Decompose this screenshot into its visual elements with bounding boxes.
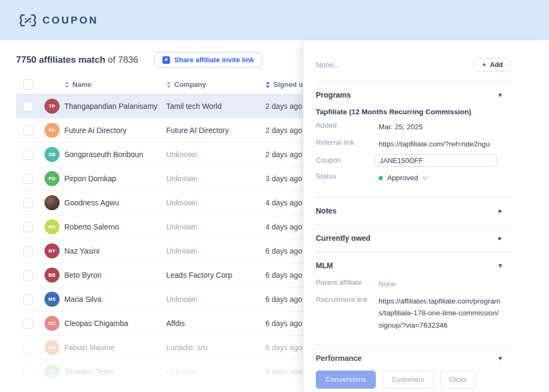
affiliate-company: Lunadio, sro	[166, 343, 265, 352]
affiliate-company: Unknown	[166, 198, 265, 207]
affiliate-company: Unknown	[166, 223, 265, 231]
row-checkbox[interactable]	[23, 101, 33, 112]
notes-title: Notes	[316, 206, 337, 215]
divider	[316, 344, 514, 345]
divider	[316, 224, 514, 225]
coupon-row: Coupon	[316, 156, 502, 167]
affiliate-company: Future AI Directory	[166, 126, 265, 135]
sort-icon	[64, 82, 69, 88]
tab-clicks[interactable]: Clicks	[440, 371, 475, 389]
share-icon	[162, 56, 170, 64]
row-checkbox[interactable]	[23, 150, 33, 160]
row-checkbox[interactable]	[23, 343, 33, 353]
avatar: CC	[44, 316, 60, 331]
share-button-label: Share affiliate invite link	[174, 56, 254, 64]
page-title: 7750 affiliates match of 7836	[16, 55, 138, 65]
affiliate-name: Songpraseuth Boriboun	[64, 150, 166, 159]
affiliate-name: Maria Silva	[64, 295, 166, 304]
affiliate-detail-panel: None... + Add Programs ▾ Tapfiliate (12 …	[303, 42, 549, 392]
select-all-checkbox[interactable]	[23, 79, 33, 90]
chevron-right-icon: ▸	[499, 208, 502, 214]
plus-icon: +	[482, 61, 486, 69]
row-checkbox[interactable]	[23, 270, 33, 280]
divider	[316, 81, 514, 82]
affiliate-company: Unknown	[166, 174, 265, 183]
app-header: COUPON	[0, 0, 549, 40]
currently-owed-title: Currently owed	[316, 234, 370, 242]
section-header-performance[interactable]: Performance ▾	[316, 354, 502, 363]
row-checkbox[interactable]	[23, 294, 33, 305]
avatar: MS	[44, 292, 60, 307]
tab-conversions[interactable]: Conversions	[316, 371, 376, 389]
section-header-currently-owed[interactable]: Currently owed ▸	[316, 234, 502, 242]
tags-placeholder[interactable]: None...	[316, 61, 340, 69]
affiliate-name: Cleopas Chigamba	[64, 319, 166, 328]
parent-affiliate-row: Parent affiliate None	[316, 278, 502, 290]
avatar	[44, 195, 60, 210]
column-header-company[interactable]: Company	[166, 80, 265, 88]
status-row: Status Approved	[316, 172, 502, 184]
ticket-percent-icon	[19, 13, 37, 27]
recruitment-link-label: Recruitment link	[316, 295, 379, 304]
affiliate-name: Taranker Team	[64, 367, 166, 376]
performance-tabs: Conversions Customers Clicks	[316, 371, 502, 389]
sort-icon	[166, 82, 171, 88]
status-dropdown[interactable]: Approved	[379, 172, 426, 184]
affiliate-company: Affdis	[166, 319, 265, 328]
avatar: NY	[44, 243, 60, 258]
status-approved-dot	[379, 176, 383, 180]
avatar: TP	[44, 99, 60, 114]
total-count: of 7836	[108, 55, 138, 65]
referral-link-row: Referral link https://tapfiliate.com/?re…	[316, 138, 502, 150]
row-checkbox[interactable]	[23, 125, 33, 136]
parent-affiliate-value: None	[379, 278, 396, 290]
mlm-title: MLM	[316, 261, 333, 270]
affiliate-company: Tamil tech World	[166, 102, 265, 110]
chevron-down-icon: ▾	[499, 355, 502, 361]
added-row: Added Mar. 25, 2025	[316, 121, 502, 133]
program-name: Tapfiliate (12 Months Recurring Commissi…	[316, 108, 502, 116]
parent-affiliate-label: Parent affiliate	[316, 278, 379, 286]
divider	[316, 197, 514, 197]
row-checkbox[interactable]	[23, 246, 33, 256]
chevron-right-icon: ▸	[499, 235, 502, 241]
row-checkbox[interactable]	[23, 222, 33, 232]
coupon-input[interactable]	[375, 154, 497, 167]
sort-icon-active	[265, 82, 270, 88]
chevron-down-icon	[422, 174, 428, 180]
section-header-mlm[interactable]: MLM ▾	[316, 261, 502, 270]
affiliate-name: Naz Yasini	[64, 247, 166, 255]
app-logo[interactable]: COUPON	[19, 13, 98, 27]
added-label: Added	[316, 121, 379, 129]
coupon-label: Coupon	[316, 156, 379, 164]
chevron-down-icon: ▾	[499, 92, 502, 98]
affiliate-company: Unknown	[166, 367, 265, 376]
add-button[interactable]: + Add	[474, 58, 510, 72]
row-checkbox[interactable]	[23, 174, 33, 184]
affiliate-name: Roberto Salerno	[64, 223, 166, 231]
added-value: Mar. 25, 2025	[379, 121, 423, 133]
affiliate-company: Leads Factory Corp	[166, 271, 265, 279]
column-header-name[interactable]: Name	[64, 80, 166, 88]
logo-text: COUPON	[42, 14, 98, 26]
referral-link-value[interactable]: https://tapfiliate.com/?ref=nde2ngu	[379, 138, 490, 150]
affiliate-company: Unknown	[166, 247, 265, 255]
recruitment-link-value[interactable]: https://affiliates.tapfiliate.com/progra…	[379, 295, 502, 331]
tab-customers[interactable]: Customers	[383, 371, 433, 389]
avatar: FM	[44, 340, 60, 355]
affiliate-name: Pirpon Domkap	[64, 174, 166, 183]
row-checkbox[interactable]	[23, 319, 33, 329]
affiliate-name: Fabian Maume	[64, 343, 166, 352]
status-value: Approved	[387, 172, 418, 184]
section-header-notes[interactable]: Notes ▸	[316, 206, 502, 215]
avatar: BB	[44, 268, 60, 283]
share-invite-link-button[interactable]: Share affiliate invite link	[154, 52, 262, 68]
affiliate-name: Thangapandian Palanisamy	[64, 102, 166, 110]
referral-link-label: Referral link	[316, 138, 379, 146]
divider	[316, 252, 514, 252]
row-checkbox[interactable]	[23, 367, 33, 377]
chevron-down-icon: ▾	[499, 262, 502, 269]
section-header-programs[interactable]: Programs ▾	[316, 91, 502, 99]
row-checkbox[interactable]	[23, 198, 33, 208]
tags-row: None... + Add	[316, 58, 510, 72]
